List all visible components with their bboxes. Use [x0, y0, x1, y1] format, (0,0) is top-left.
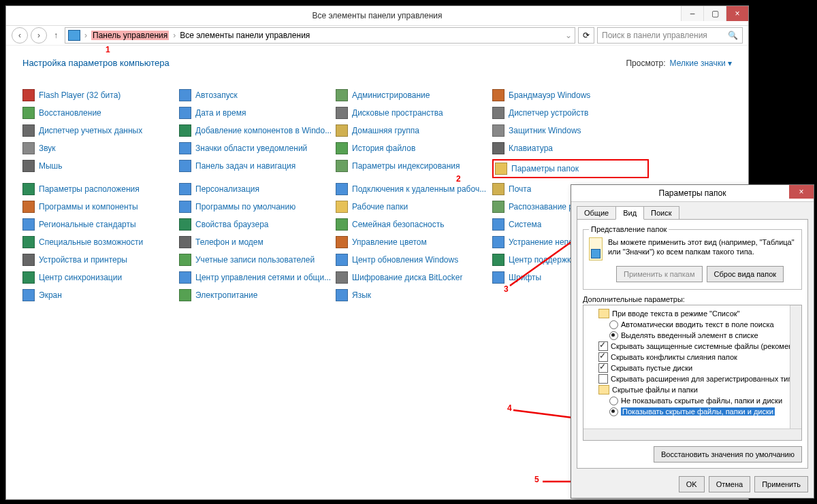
cp-item-label[interactable]: Добавление компонентов в Windo... [195, 126, 332, 135]
cp-item[interactable]: Восстановление [22, 106, 179, 120]
cp-item[interactable]: Устройства и принтеры [22, 253, 179, 267]
cp-item[interactable]: Автозапуск [179, 88, 336, 102]
cp-item[interactable]: Центр обновления Windows [336, 253, 492, 267]
apply-button[interactable]: Применить [754, 476, 808, 492]
cp-item[interactable]: История файлов [336, 141, 492, 155]
cp-item-label[interactable]: Параметры расположения [39, 184, 140, 194]
cp-item-label[interactable]: Программы по умолчанию [195, 202, 295, 212]
forward-button[interactable]: › [31, 27, 47, 44]
checkbox-checked-icon[interactable] [598, 341, 608, 351]
cp-item-label[interactable]: Специальные возможности [39, 237, 143, 247]
cp-item[interactable]: Телефон и модем [179, 235, 336, 249]
cp-item[interactable]: Электропитание [179, 288, 336, 302]
tree-opt-select-typed[interactable]: Выделять введенный элемент в списке [621, 331, 758, 339]
checkbox-unchecked-icon[interactable] [598, 374, 608, 384]
minimize-button[interactable]: – [681, 6, 703, 21]
cp-item[interactable]: Панель задач и навигация [179, 159, 336, 173]
radio-off-icon[interactable] [609, 320, 618, 329]
cp-item[interactable]: Значки области уведомлений [179, 141, 336, 155]
cp-item-label[interactable]: Центр поддержки [509, 255, 575, 265]
cp-item[interactable]: Свойства браузера [179, 218, 336, 231]
cp-item-label[interactable]: Центр обновления Windows [352, 255, 458, 265]
cp-item-label[interactable]: Экран [39, 290, 62, 300]
cp-item[interactable]: Программы и компоненты [22, 200, 179, 214]
cp-item[interactable]: Звук [22, 141, 179, 155]
close-button[interactable]: × [726, 6, 748, 21]
cp-item[interactable]: Региональные стандарты [22, 218, 179, 231]
cp-item[interactable]: Подключения к удаленным рабоч... [336, 182, 492, 196]
cp-item[interactable]: Flash Player (32 бита) [22, 88, 179, 102]
cp-item-label[interactable]: Параметры папок [511, 164, 579, 173]
chevron-down-icon[interactable]: ⌄ [565, 31, 572, 40]
cp-item-label[interactable]: Параметры индексирования [352, 161, 460, 171]
search-input[interactable]: Поиск в панели управления 🔍 [597, 27, 743, 44]
cp-item-label[interactable]: Администрирование [352, 90, 430, 100]
tree-opt-dont-show-hidden[interactable]: Не показывать скрытые файлы, папки и дис… [621, 397, 782, 405]
cp-item[interactable]: Администрирование [336, 88, 492, 102]
vertical-scrollbar[interactable] [790, 305, 801, 429]
cp-item-label[interactable]: Электропитание [195, 290, 257, 300]
cp-item[interactable]: Дисковые пространства [336, 106, 492, 120]
cp-item-label[interactable]: Шифрование диска BitLocker [352, 273, 462, 282]
cp-item-label[interactable]: Центр управления сетями и общи... [195, 273, 331, 282]
cp-item[interactable]: Защитник Windows [492, 124, 649, 137]
cp-item-label[interactable]: Программы и компоненты [39, 202, 138, 212]
tree-opt-hide-merge[interactable]: Скрывать конфликты слияния папок [611, 353, 737, 361]
tree-opt-hide-empty[interactable]: Скрывать пустые диски [611, 364, 692, 372]
view-dropdown[interactable]: Мелкие значки ▾ [670, 58, 732, 68]
cp-item-label[interactable]: Панель задач и навигация [195, 161, 295, 171]
cp-item-label[interactable]: Дисковые пространства [352, 108, 443, 118]
cp-item[interactable]: Параметры расположения [22, 182, 179, 196]
cp-item[interactable]: Рабочие папки [336, 200, 492, 214]
tab-general[interactable]: Общие [577, 206, 616, 220]
cp-item-label[interactable]: Дата и время [195, 108, 246, 118]
radio-off-icon[interactable] [609, 397, 618, 405]
cp-item[interactable]: Управление цветом [336, 235, 492, 249]
cp-item-label[interactable]: Центр синхронизации [39, 273, 122, 282]
cp-item-label[interactable]: Региональные стандарты [39, 220, 136, 229]
cp-item[interactable]: Центр синхронизации [22, 271, 179, 284]
radio-on-icon[interactable] [609, 331, 618, 340]
checkbox-checked-icon[interactable] [598, 363, 608, 373]
cp-item-label[interactable]: Устройства и принтеры [39, 255, 127, 265]
advanced-tree[interactable]: При вводе текста в режиме "Список" Автом… [583, 305, 802, 441]
cp-item-label[interactable]: Почта [509, 184, 531, 194]
cp-item-label[interactable]: Клавиатура [509, 144, 553, 153]
cp-item-label[interactable]: Телефон и модем [195, 237, 263, 247]
cp-item-label[interactable]: Брандмауэр Windows [509, 90, 590, 100]
cp-item[interactable]: Шифрование диска BitLocker [336, 271, 492, 284]
cp-item-label[interactable]: Диспетчер учетных данных [39, 126, 142, 135]
cp-item[interactable]: Специальные возможности [22, 235, 179, 249]
tree-opt-hide-protected[interactable]: Скрывать защищенные системные файлы (рек… [611, 342, 795, 350]
cp-item[interactable]: Учетные записи пользователей [179, 253, 336, 267]
cp-item-label[interactable]: Подключения к удаленным рабоч... [352, 184, 486, 194]
radio-on-icon[interactable] [609, 407, 618, 416]
apply-to-folders-button[interactable]: Применить к папкам [616, 266, 703, 282]
cp-item-label[interactable]: Диспетчер устройств [509, 108, 588, 118]
back-button[interactable]: ‹ [12, 27, 28, 44]
cp-item[interactable]: Домашняя группа [336, 124, 492, 137]
cp-item[interactable]: Диспетчер учетных данных [22, 124, 179, 137]
maximize-button[interactable]: ▢ [703, 6, 726, 21]
tree-opt-hide-ext[interactable]: Скрывать расширения для зарегистрированн… [611, 375, 797, 383]
cp-item-label[interactable]: Значки области уведомлений [195, 144, 307, 153]
tree-opt-auto-type[interactable]: Автоматически вводить текст в поле поиск… [621, 320, 774, 329]
checkbox-checked-icon[interactable] [598, 352, 608, 362]
cp-item[interactable]: Экран [22, 288, 179, 302]
restore-defaults-button[interactable]: Восстановить значения по умолчанию [654, 446, 802, 463]
cp-item[interactable]: Диспетчер устройств [492, 106, 649, 120]
cp-item-label[interactable]: Домашняя группа [352, 126, 419, 135]
cp-item[interactable]: Мышь [22, 159, 179, 173]
cp-item[interactable]: Параметры индексирования [336, 159, 492, 173]
address-bar[interactable]: › Панель управления › Все элементы панел… [65, 27, 575, 44]
cp-item[interactable]: Клавиатура [492, 141, 649, 155]
cp-item-label[interactable]: Язык [352, 290, 371, 300]
tree-opt-show-hidden[interactable]: Показывать скрытые файлы, папки и диски [621, 407, 775, 416]
refresh-button[interactable]: ⟳ [578, 27, 594, 44]
cp-item-label[interactable]: Семейная безопасность [352, 220, 445, 229]
breadcrumb-control-panel[interactable]: Панель управления [91, 31, 169, 40]
horizontal-scrollbar[interactable] [583, 429, 801, 440]
tab-view[interactable]: Вид [615, 206, 644, 220]
cp-item-label[interactable]: Шрифты [509, 273, 541, 282]
cp-item[interactable]: Семейная безопасность [336, 218, 492, 231]
